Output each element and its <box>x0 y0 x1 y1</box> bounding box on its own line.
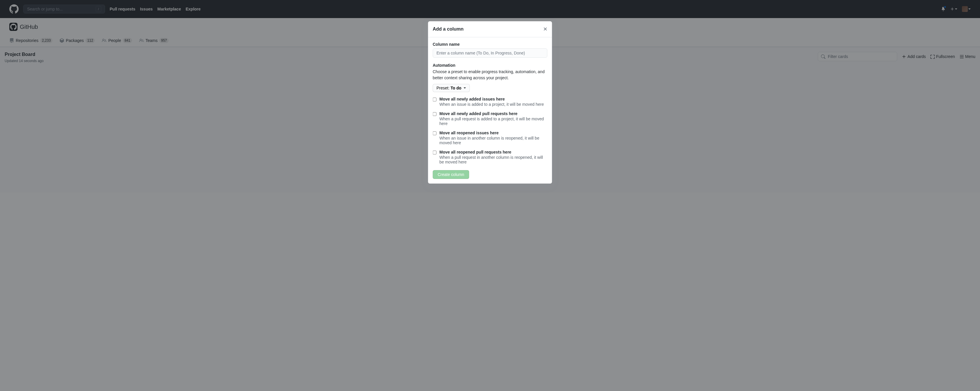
option-title: Move all newly added pull requests here <box>439 111 547 116</box>
preset-dropdown[interactable]: Preset: To do <box>433 84 470 92</box>
modal-title: Add a column <box>433 27 464 32</box>
option-desc: When an issue in another column is reope… <box>439 136 547 145</box>
option-checkbox[interactable] <box>433 150 437 154</box>
option-title: Move all reopened pull requests here <box>439 150 547 154</box>
automation-option: Move all newly added pull requests here … <box>433 111 547 126</box>
column-name-label: Column name <box>433 42 547 47</box>
option-title: Move all newly added issues here <box>439 97 544 101</box>
automation-option: Move all reopened issues here When an is… <box>433 131 547 145</box>
automation-description: Choose a preset to enable progress track… <box>433 69 547 81</box>
option-checkbox[interactable] <box>433 112 437 116</box>
preset-prefix: Preset: <box>437 85 449 90</box>
close-button[interactable]: ✕ <box>543 26 547 32</box>
option-desc: When a pull request in another column is… <box>439 155 547 164</box>
automation-option: Move all reopened pull requests here Whe… <box>433 150 547 164</box>
option-desc: When a pull request is added to a projec… <box>439 117 547 126</box>
modal-body: Column name Automation Choose a preset t… <box>428 37 552 184</box>
automation-label: Automation <box>433 63 547 68</box>
option-desc: When an issue is added to a project, it … <box>439 102 544 107</box>
modal-header: Add a column ✕ <box>428 21 552 37</box>
option-checkbox[interactable] <box>433 98 437 101</box>
option-checkbox[interactable] <box>433 131 437 135</box>
preset-value: To do <box>450 85 461 90</box>
caret-down-icon <box>464 87 466 89</box>
add-column-modal: Add a column ✕ Column name Automation Ch… <box>428 21 552 184</box>
automation-option: Move all newly added issues here When an… <box>433 97 547 107</box>
option-title: Move all reopened issues here <box>439 131 547 135</box>
create-column-button[interactable]: Create column <box>433 170 469 179</box>
column-name-input[interactable] <box>433 48 547 58</box>
